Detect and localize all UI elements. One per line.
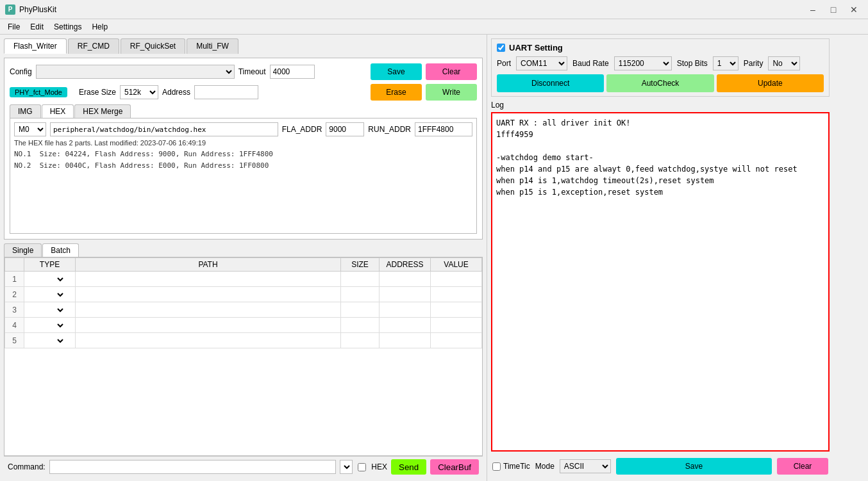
log-box: UART RX : all driver init OK! 1fff4959 -… <box>491 112 830 452</box>
menu-settings[interactable]: Settings <box>49 21 87 33</box>
type-select[interactable] <box>27 306 65 314</box>
table-row: 4 <box>5 318 482 333</box>
row-size <box>341 272 380 287</box>
row-address <box>380 318 431 333</box>
table-row: 3 <box>5 302 482 318</box>
tab-rf-quickset[interactable]: RF_QuickSet <box>121 38 185 54</box>
window-controls[interactable]: – □ ✕ <box>804 3 863 16</box>
address-input[interactable] <box>194 85 258 99</box>
inner-tab-img[interactable]: IMG <box>10 104 41 118</box>
command-bar: Command: HEX Send ClearBuf <box>4 456 483 477</box>
hex-detail: NO.1 Size: 04224, Flash Address: 9000, R… <box>14 149 472 171</box>
tab-rf-cmd[interactable]: RF_CMD <box>68 38 119 54</box>
command-dropdown[interactable] <box>340 460 353 474</box>
row-size <box>341 318 380 333</box>
table-row: 1 <box>5 272 482 287</box>
bottom-section: Single Batch TYPE PATH SIZE ADDRESS VALU… <box>4 243 483 477</box>
inner-tab-hex[interactable]: HEX <box>42 104 74 118</box>
row-num: 1 <box>5 272 24 287</box>
clearbuf-button[interactable]: ClearBuf <box>430 459 479 475</box>
write-button[interactable]: Write <box>426 84 477 101</box>
row-address <box>380 333 431 348</box>
fla-addr-input[interactable] <box>326 122 364 136</box>
row-size <box>341 287 380 302</box>
row-path <box>76 302 341 318</box>
row-num: 3 <box>5 302 24 318</box>
uart-params-row: Port COM11 Baud Rate 115200 Stop Bits 1 … <box>497 56 824 70</box>
menu-help[interactable]: Help <box>87 21 113 33</box>
type-select[interactable] <box>27 336 65 345</box>
menu-edit[interactable]: Edit <box>25 21 49 33</box>
log-label: Log <box>491 101 830 110</box>
command-input[interactable] <box>49 460 337 474</box>
main-tabs: Flash_Writer RF_CMD RF_QuickSet Multi_FW <box>4 38 483 54</box>
port-label: Port <box>497 59 511 68</box>
stop-bits-select[interactable]: 1 <box>713 56 739 70</box>
timeout-input[interactable] <box>270 65 315 79</box>
run-addr-input[interactable] <box>415 122 472 136</box>
type-select[interactable] <box>27 275 65 284</box>
send-button[interactable]: Send <box>391 459 426 475</box>
timetic-checkbox[interactable] <box>492 462 501 471</box>
table-row: 2 <box>5 287 482 302</box>
run-addr-label: RUN_ADDR <box>368 125 411 134</box>
inner-tabs: IMG HEX HEX Merge <box>10 104 477 118</box>
uart-enable-checkbox[interactable] <box>497 44 505 52</box>
disconnect-button[interactable]: Disconnect <box>497 74 604 92</box>
hex-main-row: M0 FLA_ADDR RUN_ADDR <box>14 122 472 136</box>
row-type[interactable] <box>24 272 76 287</box>
left-panel: Flash_Writer RF_CMD RF_QuickSet Multi_FW… <box>0 35 487 481</box>
col-value: VALUE <box>431 258 482 272</box>
m0-select[interactable]: M0 <box>14 122 46 136</box>
config-label: Config <box>10 67 32 76</box>
hex-checkbox[interactable] <box>358 463 366 471</box>
row-type[interactable] <box>24 318 76 333</box>
phy-fct-mode-tag: PHY_fct_Mode <box>10 87 67 97</box>
row-size <box>341 333 380 348</box>
uart-buttons: Disconnect AutoCheck Update <box>497 74 824 92</box>
autocheck-button[interactable]: AutoCheck <box>606 74 714 92</box>
type-select[interactable] <box>27 321 65 330</box>
close-button[interactable]: ✕ <box>845 3 863 16</box>
erase-button[interactable]: Erase <box>371 84 422 101</box>
tab-multi-fw[interactable]: Multi_FW <box>187 38 238 54</box>
baud-select[interactable]: 115200 <box>614 56 672 70</box>
uart-title: UART Setting <box>509 43 563 53</box>
row-num: 4 <box>5 318 24 333</box>
clear-top-button[interactable]: Clear <box>426 63 477 80</box>
col-path: PATH <box>76 258 341 272</box>
row-num: 2 <box>5 287 24 302</box>
tab-batch[interactable]: Batch <box>42 243 79 257</box>
timeout-label: Timeout <box>238 67 266 76</box>
erase-size-select[interactable]: 512k <box>120 85 158 99</box>
row-type[interactable] <box>24 302 76 318</box>
row-address <box>380 287 431 302</box>
row-type[interactable] <box>24 287 76 302</box>
row-value <box>431 287 482 302</box>
row-value <box>431 318 482 333</box>
uart-header: UART Setting <box>497 43 824 53</box>
stop-bits-label: Stop Bits <box>677 59 708 68</box>
menu-file[interactable]: File <box>3 21 25 33</box>
hex-path-input[interactable] <box>50 122 278 136</box>
mode-select[interactable]: ASCII HEX <box>560 459 611 473</box>
inner-tab-hex-merge[interactable]: HEX Merge <box>74 104 131 118</box>
save-button[interactable]: Save <box>371 63 422 80</box>
maximize-button[interactable]: □ <box>824 3 842 16</box>
tab-single[interactable]: Single <box>4 243 42 257</box>
hex-area: M0 FLA_ADDR RUN_ADDR The HEX file has 2 … <box>10 118 477 234</box>
minimize-button[interactable]: – <box>804 3 822 16</box>
clear-log-button[interactable]: Clear <box>777 458 828 475</box>
parity-select[interactable]: No <box>768 56 800 70</box>
config-select[interactable] <box>36 65 235 79</box>
erase-label: Erase Size <box>79 88 116 97</box>
log-section: Log UART RX : all driver init OK! 1fff49… <box>491 101 830 452</box>
address-label: Address <box>162 88 190 97</box>
command-label: Command: <box>8 462 46 471</box>
update-button[interactable]: Update <box>717 74 824 92</box>
save-log-button[interactable]: Save <box>616 458 772 475</box>
tab-flash-writer[interactable]: Flash_Writer <box>4 38 67 54</box>
row-type[interactable] <box>24 333 76 348</box>
port-select[interactable]: COM11 <box>516 56 567 70</box>
type-select[interactable] <box>27 290 65 299</box>
